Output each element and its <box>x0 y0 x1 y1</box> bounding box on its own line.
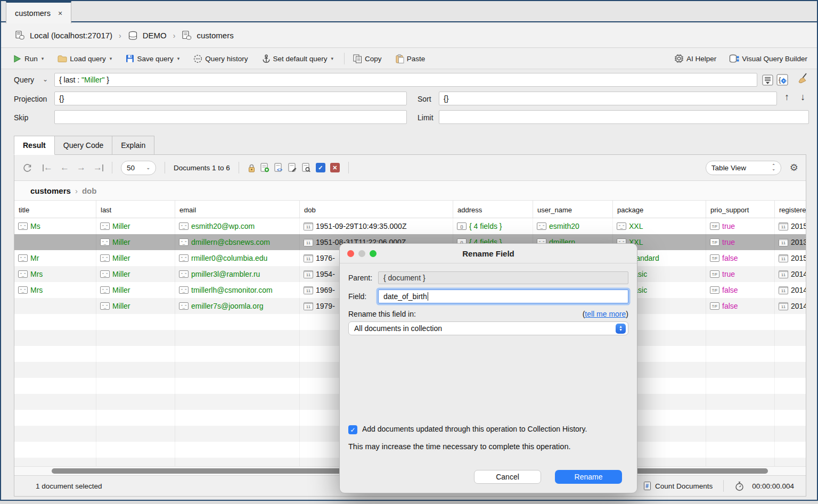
lock-icon[interactable] <box>248 163 256 172</box>
ai-helper-button[interactable]: AI Helper <box>674 54 716 63</box>
table-cell-last[interactable]: "_"Miller <box>96 218 175 234</box>
refresh-icon[interactable] <box>22 162 33 173</box>
table-cell-registered[interactable]: 112015 <box>775 250 806 266</box>
tab-close-icon[interactable]: × <box>58 9 62 18</box>
save-query-button[interactable]: Save query ▾ <box>126 54 179 63</box>
field-name-input[interactable]: date_of_birth <box>378 290 628 303</box>
update-documents-icon[interactable]: ✓ <box>316 163 325 172</box>
table-cell-package[interactable]: "_"XXL <box>613 218 706 234</box>
query-panel: Query ⌄ { last : "Miller" } { Projection… <box>1 70 817 131</box>
column-header-dob[interactable]: dob <box>300 201 453 218</box>
table-cell-dob[interactable]: 111951-09-29T10:49:35.000Z <box>300 218 453 234</box>
table-cell-user_name[interactable]: "_"esmith20 <box>533 218 613 234</box>
path-field[interactable]: dob <box>82 186 97 195</box>
column-header-last[interactable]: last <box>96 201 175 218</box>
cancel-button[interactable]: Cancel <box>474 470 541 484</box>
close-window-icon[interactable] <box>347 250 354 257</box>
rename-button[interactable]: Rename <box>555 470 622 484</box>
tab-result[interactable]: Result <box>14 136 55 155</box>
zoom-window-icon[interactable] <box>370 250 377 257</box>
table-cell-email[interactable]: "_"tmillerlh@csmonitor.com <box>175 282 300 298</box>
query-fields-icon[interactable] <box>762 74 773 86</box>
clear-broom-icon[interactable] <box>798 73 809 85</box>
query-input[interactable]: { last : "Miller" } <box>54 73 757 87</box>
table-cell-email[interactable]: "_"emiller7s@joomla.org <box>175 298 300 314</box>
table-row[interactable]: "_"Ms"_"Miller"_"esmith20@wp.com111951-0… <box>14 218 806 234</box>
table-cell-registered[interactable]: 112013 <box>775 234 806 250</box>
column-header-user_name[interactable]: user_name <box>533 201 613 218</box>
edit-document-json-icon[interactable]: <> <box>274 163 283 172</box>
table-cell-title[interactable] <box>14 298 96 314</box>
path-collection[interactable]: customers <box>30 186 71 195</box>
projection-input[interactable]: {} <box>54 92 407 105</box>
load-query-button[interactable]: Load query ▾ <box>58 55 112 63</box>
tab-explain[interactable]: Explain <box>112 136 154 155</box>
breadcrumb-database[interactable]: DEMO <box>143 31 167 40</box>
visual-query-builder-button[interactable]: Visual Query Builder <box>729 54 807 63</box>
table-cell-title[interactable]: "_"Mrs <box>14 282 96 298</box>
table-cell-address[interactable]: {}{ 4 fields } <box>453 218 533 234</box>
table-cell-registered[interactable]: 112015 <box>775 218 806 234</box>
table-cell-title[interactable] <box>14 234 96 250</box>
table-cell-title[interactable]: "_"Ms <box>14 218 96 234</box>
table-cell-prio_support[interactable]: T/Ftrue <box>706 234 775 250</box>
table-cell-email[interactable]: "_"dmillern@cbsnews.com <box>175 234 300 250</box>
skip-input[interactable] <box>54 110 407 124</box>
run-button[interactable]: Run ▾ <box>13 54 44 63</box>
add-document-icon[interactable] <box>260 163 269 172</box>
table-cell-title[interactable]: "_"Mrs <box>14 266 96 282</box>
table-cell-last[interactable]: "_"Miller <box>96 266 175 282</box>
sort-descending-icon[interactable]: ↓ <box>800 92 805 103</box>
table-cell-registered[interactable]: 112014 <box>775 266 806 282</box>
minimize-window-icon[interactable] <box>358 250 365 257</box>
gear-icon[interactable]: ⚙ <box>790 162 798 173</box>
column-header-prio_support[interactable]: prio_support <box>706 201 775 218</box>
view-mode-select[interactable]: Table View ⌃⌄ <box>706 161 781 175</box>
table-cell-last[interactable]: "_"Miller <box>96 234 175 250</box>
table-cell-registered[interactable]: 112014 <box>775 282 806 298</box>
table-cell-prio_support[interactable]: T/Ffalse <box>706 250 775 266</box>
paste-button[interactable]: Paste <box>396 54 426 63</box>
column-header-title[interactable]: title <box>14 201 96 218</box>
limit-input[interactable] <box>439 110 809 124</box>
table-cell-last[interactable]: "_"Miller <box>96 298 175 314</box>
table-cell-prio_support[interactable]: T/Ffalse <box>706 282 775 298</box>
query-settings-icon[interactable]: { <box>776 74 788 86</box>
breadcrumb-connection[interactable]: Local (localhost:27017) <box>30 31 112 40</box>
tell-me-more-link[interactable]: tell me more <box>585 310 626 318</box>
table-cell-email[interactable]: "_"esmith20@wp.com <box>175 218 300 234</box>
breadcrumb-collection[interactable]: customers <box>197 31 233 40</box>
delete-documents-icon[interactable]: ✕ <box>330 163 340 172</box>
table-cell-title[interactable]: "_"Mr <box>14 250 96 266</box>
table-cell-prio_support[interactable]: T/Ftrue <box>706 266 775 282</box>
count-documents-button[interactable]: # Count Documents <box>643 481 713 491</box>
sort-ascending-icon[interactable]: ↑ <box>784 92 789 103</box>
previous-page-icon[interactable]: ← <box>60 162 69 173</box>
view-document-icon[interactable] <box>302 163 311 172</box>
column-header-package[interactable]: package <box>613 201 706 218</box>
sort-input[interactable]: {} <box>439 92 777 105</box>
set-default-query-button[interactable]: Set default query ▾ <box>262 54 334 63</box>
table-cell-email[interactable]: "_"pmiller3l@rambler.ru <box>175 266 300 282</box>
copy-button[interactable]: Copy <box>353 54 382 63</box>
query-history-button[interactable]: Query history <box>193 54 248 63</box>
scope-select[interactable]: All documents in collection ▲▼ <box>348 321 628 335</box>
column-header-registered[interactable]: registered <box>775 201 806 218</box>
collection-history-checkbox[interactable]: ✓ <box>348 425 357 434</box>
query-mode-chevron-icon[interactable]: ⌄ <box>43 76 48 83</box>
table-cell-prio_support[interactable]: T/Ftrue <box>706 218 775 234</box>
tab-customers[interactable]: customers × <box>6 1 71 23</box>
table-cell-prio_support[interactable]: T/Ffalse <box>706 298 775 314</box>
table-cell-registered[interactable]: 112014 <box>775 298 806 314</box>
tab-query-code[interactable]: Query Code <box>55 136 112 155</box>
column-header-address[interactable]: address <box>453 201 533 218</box>
last-page-icon[interactable]: → <box>93 162 103 173</box>
edit-document-icon[interactable] <box>288 163 297 172</box>
page-size-select[interactable]: 50 ⌄ <box>121 161 156 175</box>
first-page-icon[interactable]: ← <box>43 162 53 173</box>
table-cell-email[interactable]: "_"rmiller0@columbia.edu <box>175 250 300 266</box>
table-cell-last[interactable]: "_"Miller <box>96 282 175 298</box>
next-page-icon[interactable]: → <box>77 162 86 173</box>
table-cell-last[interactable]: "_"Miller <box>96 250 175 266</box>
column-header-email[interactable]: email <box>175 201 300 218</box>
